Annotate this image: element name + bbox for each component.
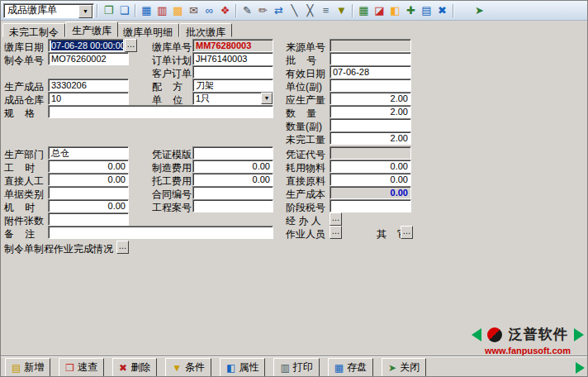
voucher-code-label: 凭证代号 <box>286 148 325 162</box>
go-icon[interactable]: ➤ <box>472 2 487 18</box>
delete-button[interactable]: ✖ 删除 <box>112 358 157 377</box>
save-button[interactable]: ▦ 存盘 <box>328 358 373 377</box>
close-icon[interactable]: ✖ <box>434 2 450 18</box>
production-dept-field[interactable]: 总仓 <box>48 146 129 160</box>
properties-button[interactable]: ◧ 属性 <box>220 358 265 377</box>
outsourcing-cost-field[interactable]: 0.00 <box>192 173 273 186</box>
deposit-date-picker-button[interactable]: … <box>125 39 137 52</box>
order-plan-field[interactable]: JH76140003 <box>192 52 273 65</box>
quick-search-button[interactable]: ❒ 速查 <box>59 358 104 377</box>
formula-field[interactable]: 刀架 <box>192 79 273 92</box>
link-icon[interactable]: ∞ <box>202 2 217 18</box>
tab-production-deposit[interactable]: 生产缴库 <box>65 21 118 37</box>
valid-date-label: 有效日期 <box>286 67 325 81</box>
properties-icon: ◧ <box>226 362 235 374</box>
new-button[interactable]: ▤ 新增 <box>5 358 50 377</box>
pin-icon[interactable]: ❖ <box>217 2 233 18</box>
stage-tax-no-field[interactable] <box>330 199 411 212</box>
toolbar-separator <box>97 4 98 17</box>
toolbar-separator <box>352 4 353 17</box>
unit-dropdown-icon[interactable]: ▼ <box>261 93 273 104</box>
labor-hours-field[interactable]: 0.00 <box>48 160 129 173</box>
print-button-label: 打印 <box>293 360 313 375</box>
list-icon[interactable]: ≡ <box>318 2 334 18</box>
calculator-icon[interactable]: ▩ <box>170 2 186 18</box>
deposit-date-field[interactable]: 07-06-28 00:00:00 <box>48 39 124 52</box>
customer-order-field[interactable] <box>192 65 273 79</box>
voucher-template-label: 凭证模版 <box>152 148 192 162</box>
qty-aux-field[interactable] <box>330 118 411 131</box>
process-completion-button[interactable]: … <box>116 241 129 254</box>
outsourcing-cost-label: 托工费用 <box>152 174 192 188</box>
other-picker-button[interactable]: … <box>401 226 413 239</box>
tab-deposit-detail[interactable]: 缴库单明细 <box>116 23 179 37</box>
finished-product-field[interactable]: 3330206 <box>48 79 129 92</box>
cross-line-icon[interactable]: ╳ <box>302 2 318 18</box>
production-cost-label: 生产成本 <box>286 188 325 202</box>
calendar-icon[interactable]: ▤ <box>419 2 434 18</box>
labor-hours-label: 工 时 <box>4 161 35 175</box>
contract-no-field[interactable] <box>192 186 273 199</box>
print-button[interactable]: ▥ 打印 <box>273 358 319 377</box>
filter-icon[interactable]: ▼ <box>334 2 349 18</box>
production-cost-value: 0.00 <box>391 188 408 198</box>
remark-field[interactable] <box>48 226 273 239</box>
handler-label: 经 办 人 <box>286 214 321 228</box>
unfinished-qty-field[interactable]: 2.00 <box>330 131 411 145</box>
direct-material-field[interactable]: 0.00 <box>330 173 411 186</box>
doc-category-label: 单据类别 <box>4 188 44 202</box>
material-consumed-field[interactable]: 0.00 <box>330 160 411 173</box>
order-plan-label: 订单计划 <box>152 54 192 68</box>
deposit-no-value: MM76280003 <box>196 41 251 50</box>
operators-picker-button[interactable]: … <box>330 226 342 239</box>
add-icon[interactable]: ✚ <box>403 2 419 18</box>
quick-search-icon: ❒ <box>65 362 74 374</box>
product-warehouse-field[interactable]: 10 <box>48 92 129 105</box>
table-icon[interactable]: ▦ <box>356 2 372 18</box>
open-form-icon[interactable]: ❐ <box>101 2 116 18</box>
line-icon[interactable]: ╲ <box>287 2 302 18</box>
brand-logo-icon <box>487 327 502 342</box>
green-left-triangle-icon <box>472 328 481 341</box>
chart-icon[interactable]: ◪ <box>372 2 387 18</box>
ledger-icon[interactable]: ❏ <box>116 2 132 18</box>
doc-category-field[interactable] <box>48 186 129 199</box>
pencil-icon[interactable]: ✎ <box>239 2 255 18</box>
planned-qty-field[interactable]: 2.00 <box>330 92 411 105</box>
package-icon[interactable]: ◧ <box>387 2 403 18</box>
print-icon[interactable]: ▥ <box>154 2 170 18</box>
batch-no-field[interactable] <box>330 52 411 65</box>
new-button-label: 新增 <box>24 360 44 375</box>
voucher-template-field[interactable] <box>192 146 273 160</box>
chevron-down-icon[interactable]: ▼ <box>78 5 92 18</box>
tab-unfinished-orders[interactable]: 未完工制令 <box>2 23 65 37</box>
valid-date-field[interactable]: 07-06-28 <box>330 65 411 79</box>
condition-button[interactable]: ▼ 条件 <box>165 358 211 377</box>
work-order-no-field[interactable]: MO76260002 <box>48 52 129 65</box>
doc-type-combobox[interactable]: 成品缴库单 ▼ <box>3 3 94 18</box>
manufacturing-cost-field[interactable]: 0.00 <box>192 160 273 173</box>
source-no-field <box>330 39 411 52</box>
direct-labor-field[interactable]: 0.00 <box>48 173 129 186</box>
machine-hours-field[interactable]: 0.00 <box>48 199 129 212</box>
direct-labor-label: 直接人工 <box>4 174 44 188</box>
tab-batch-deposit[interactable]: 批次缴库 <box>179 23 232 37</box>
operators-label: 作业人员 <box>286 227 325 241</box>
project-no-field[interactable] <box>192 199 273 212</box>
brush-icon[interactable]: ✏ <box>255 2 271 18</box>
attachment-count-field[interactable] <box>48 212 129 226</box>
attachment-count-label: 附件张数 <box>4 214 44 228</box>
doc-type-value: 成品缴库单 <box>7 3 57 17</box>
unit-aux-field[interactable] <box>330 79 411 92</box>
handler-picker-button[interactable]: … <box>330 212 342 226</box>
manufacturing-cost-label: 制造费用 <box>152 161 192 175</box>
save-icon[interactable]: ▦ <box>139 2 154 18</box>
print-icon: ▥ <box>280 362 289 374</box>
production-dept-label: 生产部门 <box>4 148 44 162</box>
close-button[interactable]: ➤ 关闭 <box>382 358 426 377</box>
delete-button-label: 删除 <box>130 360 150 375</box>
qty-field[interactable]: 2.00 <box>330 105 411 118</box>
mail-icon[interactable]: ✉ <box>186 2 202 18</box>
close-button-label: 关闭 <box>400 360 420 375</box>
swap-arrows-icon[interactable]: ⇄ <box>271 2 287 18</box>
